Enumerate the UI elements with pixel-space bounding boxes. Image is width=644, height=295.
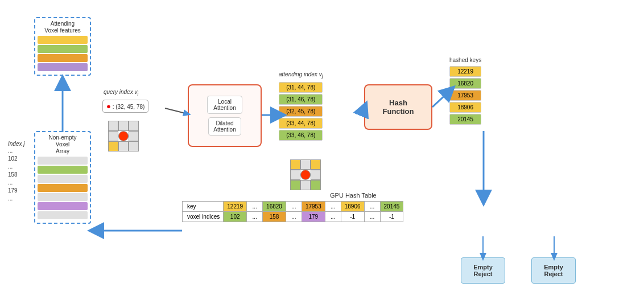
hashed-keys-title: hashed keys [449,57,481,63]
hkey-5: 20145 [449,114,481,125]
aidx-row-3: (32, 45, 78) [279,106,323,117]
nonempty-voxel-box: Non-emptyVoxelArray [34,131,91,224]
hash-table: key 12219 ... 16820 ... 17953 ... 18906 … [182,201,403,222]
aidx-row-5: (33, 46, 78) [279,130,323,141]
diagram-arrows [0,0,644,295]
hashed-keys-list: hashed keys 12219 16820 17953 18906 2014… [449,57,481,125]
key-17953: 17953 [302,202,325,212]
gpu-hash-table-label: GPU Hash Table [330,192,377,199]
query-label: query index vi [104,89,138,97]
voxel-102: 102 [224,212,247,222]
hkey-1: 12219 [449,66,481,77]
voxel-row-1 [38,36,88,44]
aidx-row-2: (31, 46, 78) [279,94,323,105]
nvoxel-row-5 [38,193,88,201]
aidx-row-4: (33, 44, 78) [279,118,323,129]
key-dot4: ... [364,202,380,212]
voxel-dot1: ... [247,212,263,222]
voxel-row-2 [38,45,88,53]
key-16820: 16820 [263,202,286,212]
hkey-3: 17953 [449,90,481,101]
hash-function-box: HashFunction [364,84,432,130]
nvoxel-row-6 [38,202,88,210]
table-key-row: key 12219 ... 16820 ... 17953 ... 18906 … [183,202,403,212]
voxel-neg1-2: -1 [380,212,403,222]
empty-reject-1: EmptyReject [461,257,505,284]
query-box: ● : (32, 45, 78) [102,100,148,113]
index-labels: Index j ... 102 ... 158 ... 179 ... [8,141,24,202]
hkey-4: 18906 [449,102,481,113]
key-20145: 20145 [380,202,403,212]
dilated-attention-label: DilatedAttention [208,117,241,136]
svg-line-1 [165,108,188,114]
nvoxel-row-3 [38,175,88,183]
voxel-158: 158 [263,212,286,222]
nvoxel-row-4 [38,184,88,192]
empty-reject-2: EmptyReject [531,257,576,284]
voxel-label: voxel indices [183,212,224,222]
voxel-row-3 [38,54,88,62]
query-grid [108,121,139,151]
voxel-row-4 [38,63,88,71]
voxel-179: 179 [302,212,325,222]
attention-box: LocalAttention DilatedAttention [188,84,262,147]
key-dot2: ... [286,202,302,212]
voxel-neg1-1: -1 [341,212,364,222]
key-12219: 12219 [224,202,247,212]
key-18906: 18906 [341,202,364,212]
nonempty-voxel-title: Non-emptyVoxelArray [38,134,88,155]
table-voxel-row: voxel indices 102 ... 158 ... 179 ... -1… [183,212,403,222]
key-label: key [183,202,224,212]
attending-voxel-box: AttendingVoxel features [34,17,91,76]
attending-index-list: attending index vj (31, 44, 78) (31, 46,… [279,71,323,141]
key-dot1: ... [247,202,263,212]
attending-grid [290,159,321,190]
voxel-dot3: ... [325,212,341,222]
svg-line-4 [432,91,449,107]
nvoxel-row-7 [38,211,88,219]
attending-index-title: attending index vj [279,71,323,79]
aidx-row-1: (31, 44, 78) [279,82,323,93]
nvoxel-row-1 [38,157,88,165]
local-attention-label: LocalAttention [207,96,242,114]
nvoxel-row-2 [38,166,88,174]
key-dot3: ... [325,202,341,212]
hkey-2: 16820 [449,78,481,89]
voxel-dot2: ... [286,212,302,222]
voxel-dot4: ... [364,212,380,222]
attending-voxel-title: AttendingVoxel features [38,21,88,34]
